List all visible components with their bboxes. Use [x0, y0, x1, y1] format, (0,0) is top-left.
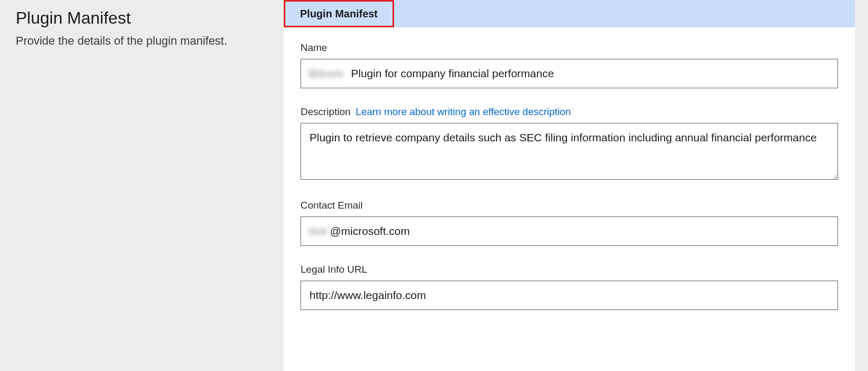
description-help-link[interactable]: Learn more about writing an effective de…	[356, 106, 571, 118]
name-label: Name	[301, 42, 327, 54]
tab-bar: Plugin Manifest	[284, 0, 855, 27]
field-description: Description Learn more about writing an …	[301, 106, 838, 182]
contact-email-input[interactable]	[301, 217, 838, 246]
description-label: Description	[301, 106, 350, 118]
field-legal-url: Legal Info URL	[301, 264, 838, 310]
page-title: Plugin Manifest	[16, 8, 268, 28]
tab-plugin-manifest[interactable]: Plugin Manifest	[284, 0, 394, 27]
field-name: Name Bitvore Plugin for company financia…	[301, 42, 838, 88]
page-subtitle: Provide the details of the plugin manife…	[16, 33, 268, 49]
sidebar: Plugin Manifest Provide the details of t…	[0, 0, 284, 371]
contact-email-label: Contact Email	[301, 200, 363, 211]
description-input[interactable]	[301, 123, 838, 180]
main-panel: Plugin Manifest Name Bitvore Plugin for …	[284, 0, 855, 371]
field-contact-email: Contact Email test @microsoft.com	[301, 200, 838, 246]
legal-url-input[interactable]	[301, 281, 838, 310]
name-input[interactable]	[301, 59, 838, 88]
form-area: Name Bitvore Plugin for company financia…	[284, 27, 855, 371]
legal-url-label: Legal Info URL	[301, 264, 367, 275]
